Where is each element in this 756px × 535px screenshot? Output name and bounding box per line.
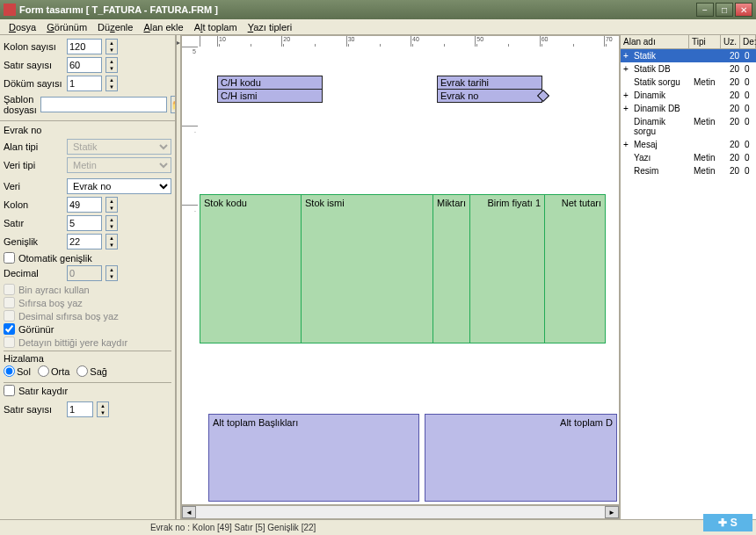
field-type-uz: 20 <box>723 103 742 114</box>
field-type-uz: 20 <box>723 50 742 61</box>
otomatik-genislik-checkbox[interactable] <box>4 252 15 264</box>
menu-duzenle[interactable]: Düzenle <box>92 20 138 34</box>
decimal-input <box>67 265 102 281</box>
menu-dosya[interactable]: Dosya <box>4 20 41 34</box>
col-stok-ismi[interactable]: Stok ismi <box>301 194 433 343</box>
field-type-row[interactable]: +Statik DB200 <box>621 62 756 76</box>
minimize-button[interactable]: − <box>696 3 714 17</box>
field-ch-kodu[interactable]: C/H kodu <box>217 76 323 90</box>
bin-ayraci-label: Bin ayracı kullan <box>18 285 90 295</box>
hizalama-label: Hizalama <box>4 353 171 364</box>
hdr-tipi[interactable]: Tipi <box>689 35 721 48</box>
scroll-left-button[interactable]: ◄ <box>182 506 196 518</box>
hdr-uz[interactable]: Uz. <box>721 35 740 48</box>
kolon-sayisi-input[interactable] <box>67 39 102 54</box>
kolon-input[interactable] <box>67 197 102 213</box>
satir-sayisi2-spin[interactable]: ▲▼ <box>97 401 109 417</box>
field-evrak-no[interactable]: Evrak no <box>437 89 542 103</box>
col-net-tutari[interactable]: Net tutarı <box>544 194 606 343</box>
satir-spin[interactable]: ▲▼ <box>105 215 118 231</box>
maximize-button[interactable]: □ <box>716 3 733 17</box>
satir-sayisi2-input[interactable] <box>67 401 93 417</box>
field-type-tipi <box>691 63 723 75</box>
field-types-list[interactable]: +Statik200+Statik DB200Statik sorguMetin… <box>621 49 756 519</box>
footer-region[interactable]: Alt toplam Başlıkları Alt toplam D <box>208 414 617 502</box>
close-button[interactable]: ✕ <box>735 3 752 17</box>
hdr-alan-adi[interactable]: Alan adı <box>621 35 689 48</box>
menu-yazi-tipleri[interactable]: Yazı tipleri <box>243 20 298 34</box>
design-canvas[interactable]: 10 20 30 40 50 60 70 80 . 5 . . <box>181 35 620 505</box>
menu-gorunum[interactable]: Görünüm <box>41 20 92 34</box>
dokum-sayisi-input[interactable] <box>67 76 102 91</box>
footer-left[interactable]: Alt toplam Başlıkları <box>208 414 419 502</box>
hizalama-orta[interactable]: Orta <box>38 365 69 377</box>
menu-dosya-label: osya <box>16 22 36 33</box>
kolon-label: Kolon <box>4 199 63 210</box>
veri-select[interactable]: Evrak no <box>67 178 171 194</box>
menu-alan-ekle[interactable]: Alan ekle <box>138 20 188 34</box>
hdr-de[interactable]: De: <box>740 35 756 48</box>
hizalama-sol[interactable]: Sol <box>4 365 31 377</box>
expand-icon[interactable] <box>621 76 631 88</box>
field-type-de: 0 <box>742 63 756 75</box>
field-type-de: 0 <box>742 90 756 101</box>
expand-icon[interactable]: + <box>621 63 631 75</box>
field-type-row[interactable]: YazıMetin200 <box>621 151 756 164</box>
field-type-row[interactable]: +Statik200 <box>621 49 756 62</box>
horizontal-scrollbar[interactable]: ◄ ► <box>181 505 620 519</box>
genislik-label: Genişlik <box>4 236 63 247</box>
genislik-spin[interactable]: ▲▼ <box>105 234 118 249</box>
hizalama-sag[interactable]: Sağ <box>76 365 107 377</box>
veri-tipi-label: Veri tipi <box>4 160 63 170</box>
satir-sayisi-spin[interactable]: ▲▼ <box>105 57 118 73</box>
detail-grid[interactable]: Stok kodu Stok ismi Miktarı Birim fiyatı… <box>200 194 606 343</box>
satir-input[interactable] <box>67 215 102 231</box>
field-type-row[interactable]: Dinamik sorguMetin200 <box>621 115 756 138</box>
ruler-horizontal: 10 20 30 40 50 60 70 80 . <box>200 36 620 47</box>
evrak-group[interactable]: Evrak tarihi Evrak no <box>437 76 542 102</box>
gorunur-label: Görünür <box>18 324 54 335</box>
kolon-spin[interactable]: ▲▼ <box>105 197 118 213</box>
genislik-input[interactable] <box>67 234 102 249</box>
decimal-label: Decimal <box>4 268 63 278</box>
col-stok-kodu[interactable]: Stok kodu <box>200 194 301 343</box>
expand-icon[interactable] <box>621 116 631 137</box>
col-birim-fiyat[interactable]: Birim fiyatı 1 <box>469 194 544 343</box>
menu-alt-toplam[interactable]: Alt toplam <box>189 20 243 34</box>
dokum-sayisi-spin[interactable]: ▲▼ <box>105 76 118 91</box>
hp-watermark-icon: ✚ S <box>703 514 752 531</box>
window-title: Form tasarımı [ T_FATURA - FATURA.FRM ] <box>19 4 696 15</box>
ch-group[interactable]: C/H kodu C/H ismi <box>217 76 323 102</box>
field-type-row[interactable]: Statik sorguMetin200 <box>621 76 756 89</box>
menu-bar: Dosya Görünüm Düzenle Alan ekle Alt topl… <box>0 19 756 35</box>
field-type-name: Dinamik sorgu <box>631 116 691 137</box>
expand-icon[interactable]: + <box>621 103 631 114</box>
footer-right[interactable]: Alt toplam D <box>425 414 617 502</box>
satir-sayisi-input[interactable] <box>67 57 102 73</box>
satir-kaydir-label: Satır kaydır <box>18 386 68 396</box>
field-type-tipi <box>691 50 723 61</box>
field-type-row[interactable]: +Mesaj200 <box>621 138 756 151</box>
field-type-row[interactable]: +Dinamik200 <box>621 89 756 102</box>
field-type-name: Resim <box>631 165 691 177</box>
kolon-sayisi-spin[interactable]: ▲▼ <box>105 39 118 54</box>
field-type-de: 0 <box>742 103 756 114</box>
decimal-spin: ▲▼ <box>105 265 118 281</box>
sablon-input[interactable] <box>40 97 167 112</box>
expand-icon[interactable]: + <box>621 139 631 150</box>
gorunur-checkbox[interactable] <box>4 323 15 335</box>
veri-label: Veri <box>4 181 63 192</box>
field-ch-ismi[interactable]: C/H ismi <box>217 89 323 103</box>
scroll-right-button[interactable]: ► <box>605 506 619 518</box>
expand-icon[interactable] <box>621 152 631 163</box>
field-type-row[interactable]: +Dinamik DB200 <box>621 102 756 115</box>
satir-kaydir-checkbox[interactable] <box>4 385 15 396</box>
field-type-row[interactable]: ResimMetin200 <box>621 164 756 177</box>
col-miktar[interactable]: Miktarı <box>433 194 469 343</box>
expand-icon[interactable]: + <box>621 90 631 101</box>
expand-icon[interactable]: + <box>621 50 631 61</box>
field-evrak-tarihi[interactable]: Evrak tarihi <box>437 76 542 90</box>
field-type-uz: 20 <box>723 116 742 137</box>
expand-icon[interactable] <box>621 165 631 177</box>
satir-sayisi2-label: Satır sayısı <box>4 404 63 415</box>
